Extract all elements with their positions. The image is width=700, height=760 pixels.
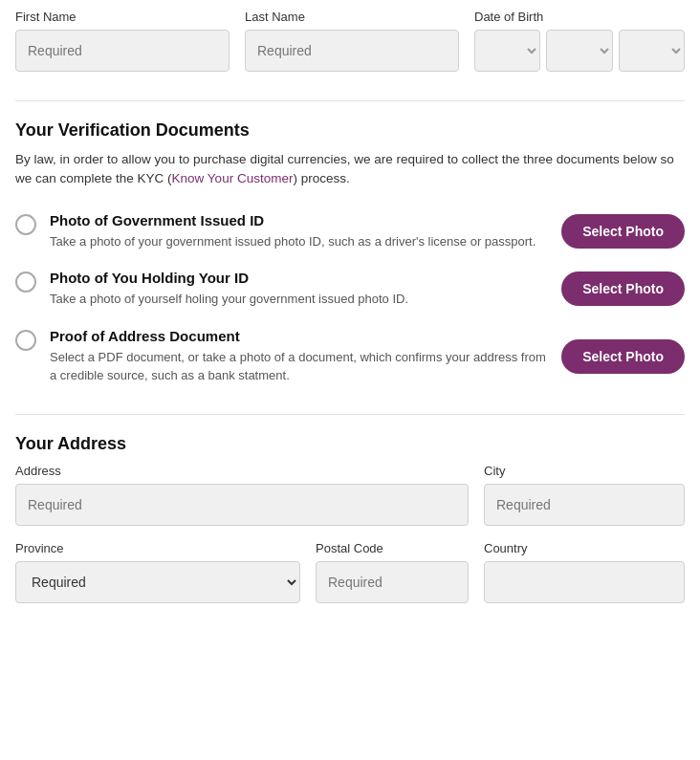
doc-desc-government-id: Take a photo of your government issued p… (50, 232, 548, 251)
top-divider (15, 100, 685, 101)
last-name-label: Last Name (245, 10, 459, 24)
select-photo-button-holding-id[interactable]: Select Photo (561, 271, 685, 306)
province-select[interactable]: Required (15, 561, 300, 603)
verification-description: By law, in order to allow you to purchas… (15, 150, 685, 189)
province-postal-country-row: Province Required Postal Code Country Ca… (15, 541, 685, 603)
first-name-input[interactable] (15, 30, 230, 72)
doc-title-government-id: Photo of Government Issued ID (50, 212, 548, 228)
select-photo-button-government-id[interactable]: Select Photo (561, 214, 685, 249)
dob-label: Date of Birth (474, 10, 685, 24)
last-name-input[interactable] (245, 30, 459, 72)
doc-item-proof-address: Proof of Address Document Select a PDF d… (15, 328, 685, 385)
doc-item-holding-id: Photo of You Holding Your ID Take a phot… (15, 270, 685, 309)
doc-desc-holding-id: Take a photo of yourself holing your gov… (50, 290, 548, 309)
province-label: Province (15, 541, 300, 555)
doc-desc-proof-address: Select a PDF document, or take a photo o… (50, 348, 548, 385)
kyc-link[interactable]: Know Your Customer (172, 171, 294, 185)
verification-desc-part2: ) process. (293, 171, 349, 185)
doc-content-holding-id: Photo of You Holding Your ID Take a phot… (50, 270, 548, 309)
dob-month-select[interactable] (474, 30, 540, 72)
postal-label: Postal Code (316, 541, 469, 555)
postal-input[interactable] (316, 561, 469, 603)
doc-content-government-id: Photo of Government Issued ID Take a pho… (50, 212, 548, 251)
address-section-title: Your Address (15, 434, 685, 454)
first-name-label: First Name (15, 10, 230, 24)
dob-group: Date of Birth (474, 10, 685, 72)
postal-field-group: Postal Code (316, 541, 469, 603)
address-label: Address (15, 464, 469, 478)
address-input[interactable] (15, 484, 469, 526)
city-field-group: City (484, 464, 685, 526)
radio-proof-address[interactable] (15, 330, 36, 351)
country-field-group: Country Canada (484, 541, 685, 603)
middle-divider (15, 414, 685, 415)
first-name-group: First Name (15, 10, 230, 72)
last-name-group: Last Name (245, 10, 459, 72)
province-field-group: Province Required (15, 541, 300, 603)
doc-item-government-id: Photo of Government Issued ID Take a pho… (15, 212, 685, 251)
address-city-row: Address City (15, 464, 685, 526)
dob-selects-row (474, 30, 685, 72)
verification-section: Your Verification Documents By law, in o… (15, 120, 685, 385)
doc-list: Photo of Government Issued ID Take a pho… (15, 212, 685, 385)
doc-content-proof-address: Proof of Address Document Select a PDF d… (50, 328, 548, 385)
address-field-group: Address (15, 464, 469, 526)
radio-government-id[interactable] (15, 214, 36, 235)
dob-year-select[interactable] (619, 30, 685, 72)
city-label: City (484, 464, 685, 478)
city-input[interactable] (484, 484, 685, 526)
doc-title-holding-id: Photo of You Holding Your ID (50, 270, 548, 286)
address-section: Your Address Address City Province Requi… (15, 434, 685, 603)
personal-info-row: First Name Last Name Date of Birth (15, 10, 685, 72)
verification-title: Your Verification Documents (15, 120, 685, 141)
select-photo-button-proof-address[interactable]: Select Photo (561, 339, 685, 374)
dob-day-select[interactable] (546, 30, 612, 72)
country-input[interactable]: Canada (484, 561, 685, 603)
country-label: Country (484, 541, 685, 555)
doc-title-proof-address: Proof of Address Document (50, 328, 548, 344)
radio-holding-id[interactable] (15, 271, 36, 293)
